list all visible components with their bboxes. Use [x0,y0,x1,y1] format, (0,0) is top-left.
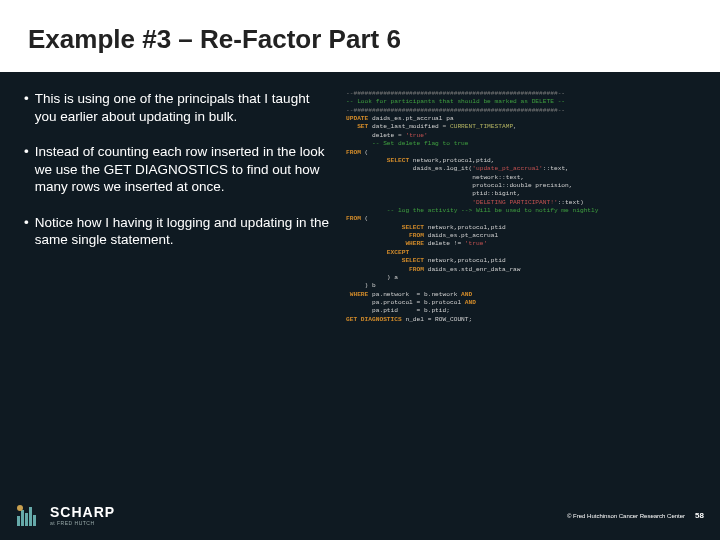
page-number: 58 [695,511,704,520]
content-area: • This is using one of the principals th… [0,72,720,540]
bullet-column: • This is using one of the principals th… [24,90,334,540]
svg-rect-2 [25,513,28,526]
logo-sub: at FRED HUTCH [50,521,115,526]
bullet-item: • Instead of counting each row inserted … [24,143,334,196]
copyright: © Fred Hutchinson Cancer Research Center [567,513,685,519]
bullet-text: Notice how I having it logging and updat… [35,214,334,249]
bullet-text: Instead of counting each row inserted in… [35,143,334,196]
bullet-item: • This is using one of the principals th… [24,90,334,125]
code-block: --######################################… [346,90,696,540]
bullet-item: • Notice how I having it logging and upd… [24,214,334,249]
svg-rect-1 [21,510,24,526]
bullet-text: This is using one of the principals that… [35,90,334,125]
logo: SCHARP at FRED HUTCH [16,504,115,526]
svg-point-5 [17,505,23,511]
title-area: Example #3 – Re-Factor Part 6 [0,0,720,65]
bullet-icon: • [24,90,29,125]
logo-icon [16,504,44,526]
svg-rect-3 [29,507,32,526]
logo-text: SCHARP at FRED HUTCH [50,505,115,526]
bullet-icon: • [24,214,29,249]
bullet-icon: • [24,143,29,196]
footer: SCHARP at FRED HUTCH © Fred Hutchinson C… [0,496,720,540]
svg-rect-4 [33,515,36,526]
slide-title: Example #3 – Re-Factor Part 6 [28,24,692,55]
footer-right: © Fred Hutchinson Cancer Research Center… [567,511,704,520]
logo-name: SCHARP [50,505,115,519]
svg-rect-0 [17,516,20,526]
